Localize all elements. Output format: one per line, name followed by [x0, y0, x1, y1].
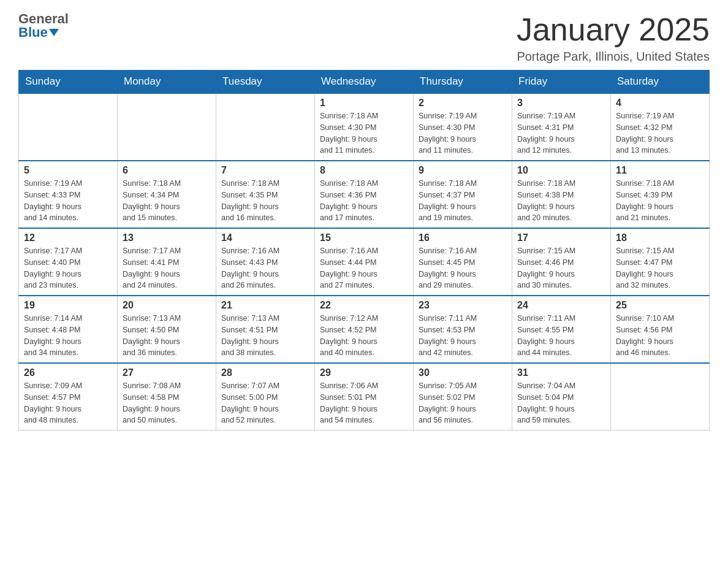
day-number: 26 — [24, 367, 112, 378]
day-number: 30 — [419, 367, 507, 378]
day-number: 13 — [123, 232, 211, 243]
calendar-week-row: 1Sunrise: 7:18 AM Sunset: 4:30 PM Daylig… — [19, 93, 710, 161]
calendar-cell: 16Sunrise: 7:16 AM Sunset: 4:45 PM Dayli… — [414, 228, 512, 296]
day-number: 20 — [123, 300, 211, 311]
day-number: 12 — [24, 232, 112, 243]
calendar-cell: 8Sunrise: 7:18 AM Sunset: 4:36 PM Daylig… — [315, 161, 414, 228]
day-info: Sunrise: 7:06 AM Sunset: 5:01 PM Dayligh… — [320, 380, 408, 426]
day-info: Sunrise: 7:19 AM Sunset: 4:30 PM Dayligh… — [419, 110, 507, 156]
day-info: Sunrise: 7:18 AM Sunset: 4:34 PM Dayligh… — [123, 178, 211, 224]
day-info: Sunrise: 7:07 AM Sunset: 5:00 PM Dayligh… — [221, 380, 309, 426]
calendar-cell: 6Sunrise: 7:18 AM Sunset: 4:34 PM Daylig… — [118, 161, 216, 228]
day-info: Sunrise: 7:11 AM Sunset: 4:53 PM Dayligh… — [419, 313, 507, 359]
day-number: 10 — [517, 165, 605, 176]
calendar-cell — [118, 93, 216, 161]
day-info: Sunrise: 7:18 AM Sunset: 4:39 PM Dayligh… — [616, 178, 704, 224]
day-number: 7 — [221, 165, 309, 176]
calendar-cell: 2Sunrise: 7:19 AM Sunset: 4:30 PM Daylig… — [414, 93, 512, 161]
day-number: 19 — [24, 300, 112, 311]
day-number: 3 — [517, 98, 605, 109]
calendar-cell: 7Sunrise: 7:18 AM Sunset: 4:35 PM Daylig… — [216, 161, 315, 228]
column-header-monday: Monday — [118, 71, 216, 94]
logo-blue-text: Blue — [18, 26, 48, 39]
day-number: 23 — [419, 300, 507, 311]
column-header-sunday: Sunday — [19, 71, 118, 94]
logo-general-text: General — [18, 12, 69, 26]
calendar-cell: 30Sunrise: 7:05 AM Sunset: 5:02 PM Dayli… — [414, 363, 512, 431]
calendar-cell — [611, 363, 710, 431]
day-number: 8 — [320, 165, 408, 176]
calendar-week-row: 12Sunrise: 7:17 AM Sunset: 4:40 PM Dayli… — [19, 228, 710, 296]
month-title: January 2025 — [517, 12, 710, 47]
calendar-cell: 17Sunrise: 7:15 AM Sunset: 4:46 PM Dayli… — [512, 228, 611, 296]
day-info: Sunrise: 7:18 AM Sunset: 4:37 PM Dayligh… — [419, 178, 507, 224]
day-info: Sunrise: 7:18 AM Sunset: 4:35 PM Dayligh… — [221, 178, 309, 224]
day-info: Sunrise: 7:17 AM Sunset: 4:40 PM Dayligh… — [24, 245, 112, 291]
calendar-cell: 27Sunrise: 7:08 AM Sunset: 4:58 PM Dayli… — [118, 363, 216, 431]
day-info: Sunrise: 7:09 AM Sunset: 4:57 PM Dayligh… — [24, 380, 112, 426]
day-number: 15 — [320, 232, 408, 243]
day-number: 21 — [221, 300, 309, 311]
day-info: Sunrise: 7:10 AM Sunset: 4:56 PM Dayligh… — [616, 313, 704, 359]
column-header-friday: Friday — [512, 71, 611, 94]
calendar-cell: 18Sunrise: 7:15 AM Sunset: 4:47 PM Dayli… — [611, 228, 710, 296]
calendar-table: SundayMondayTuesdayWednesdayThursdayFrid… — [18, 70, 710, 431]
day-info: Sunrise: 7:19 AM Sunset: 4:32 PM Dayligh… — [616, 110, 704, 156]
calendar-cell: 13Sunrise: 7:17 AM Sunset: 4:41 PM Dayli… — [118, 228, 216, 296]
calendar-header-row: SundayMondayTuesdayWednesdayThursdayFrid… — [19, 71, 710, 94]
day-info: Sunrise: 7:15 AM Sunset: 4:47 PM Dayligh… — [616, 245, 704, 291]
day-info: Sunrise: 7:16 AM Sunset: 4:44 PM Dayligh… — [320, 245, 408, 291]
calendar-cell: 20Sunrise: 7:13 AM Sunset: 4:50 PM Dayli… — [118, 296, 216, 363]
day-number: 17 — [517, 232, 605, 243]
day-info: Sunrise: 7:15 AM Sunset: 4:46 PM Dayligh… — [517, 245, 605, 291]
day-number: 18 — [616, 232, 704, 243]
calendar-cell: 3Sunrise: 7:19 AM Sunset: 4:31 PM Daylig… — [512, 93, 611, 161]
day-info: Sunrise: 7:19 AM Sunset: 4:33 PM Dayligh… — [24, 178, 112, 224]
column-header-wednesday: Wednesday — [315, 71, 414, 94]
day-info: Sunrise: 7:13 AM Sunset: 4:51 PM Dayligh… — [221, 313, 309, 359]
day-info: Sunrise: 7:18 AM Sunset: 4:30 PM Dayligh… — [320, 110, 408, 156]
calendar-cell: 25Sunrise: 7:10 AM Sunset: 4:56 PM Dayli… — [611, 296, 710, 363]
day-info: Sunrise: 7:04 AM Sunset: 5:04 PM Dayligh… — [517, 380, 605, 426]
day-info: Sunrise: 7:14 AM Sunset: 4:48 PM Dayligh… — [24, 313, 112, 359]
calendar-week-row: 5Sunrise: 7:19 AM Sunset: 4:33 PM Daylig… — [19, 161, 710, 228]
day-number: 24 — [517, 300, 605, 311]
day-info: Sunrise: 7:16 AM Sunset: 4:45 PM Dayligh… — [419, 245, 507, 291]
calendar-cell: 22Sunrise: 7:12 AM Sunset: 4:52 PM Dayli… — [315, 296, 414, 363]
calendar-cell: 10Sunrise: 7:18 AM Sunset: 4:38 PM Dayli… — [512, 161, 611, 228]
day-info: Sunrise: 7:18 AM Sunset: 4:38 PM Dayligh… — [517, 178, 605, 224]
calendar-cell: 12Sunrise: 7:17 AM Sunset: 4:40 PM Dayli… — [19, 228, 118, 296]
calendar-cell: 23Sunrise: 7:11 AM Sunset: 4:53 PM Dayli… — [414, 296, 512, 363]
day-number: 25 — [616, 300, 704, 311]
day-number: 5 — [24, 165, 112, 176]
calendar-cell: 9Sunrise: 7:18 AM Sunset: 4:37 PM Daylig… — [414, 161, 512, 228]
day-number: 27 — [123, 367, 211, 378]
location-text: Portage Park, Illinois, United States — [517, 50, 710, 64]
page-header: General Blue January 2025 Portage Park, … — [18, 12, 710, 64]
logo: General Blue — [18, 12, 69, 39]
day-number: 28 — [221, 367, 309, 378]
calendar-cell: 26Sunrise: 7:09 AM Sunset: 4:57 PM Dayli… — [19, 363, 118, 431]
day-number: 6 — [123, 165, 211, 176]
day-info: Sunrise: 7:05 AM Sunset: 5:02 PM Dayligh… — [419, 380, 507, 426]
calendar-cell: 24Sunrise: 7:11 AM Sunset: 4:55 PM Dayli… — [512, 296, 611, 363]
column-header-thursday: Thursday — [414, 71, 512, 94]
calendar-cell: 21Sunrise: 7:13 AM Sunset: 4:51 PM Dayli… — [216, 296, 315, 363]
calendar-cell: 19Sunrise: 7:14 AM Sunset: 4:48 PM Dayli… — [19, 296, 118, 363]
day-number: 14 — [221, 232, 309, 243]
day-number: 2 — [419, 98, 507, 109]
calendar-cell — [19, 93, 118, 161]
calendar-cell: 4Sunrise: 7:19 AM Sunset: 4:32 PM Daylig… — [611, 93, 710, 161]
calendar-cell: 15Sunrise: 7:16 AM Sunset: 4:44 PM Dayli… — [315, 228, 414, 296]
title-section: January 2025 Portage Park, Illinois, Uni… — [517, 12, 710, 64]
day-info: Sunrise: 7:11 AM Sunset: 4:55 PM Dayligh… — [517, 313, 605, 359]
day-info: Sunrise: 7:12 AM Sunset: 4:52 PM Dayligh… — [320, 313, 408, 359]
day-info: Sunrise: 7:17 AM Sunset: 4:41 PM Dayligh… — [123, 245, 211, 291]
calendar-cell: 14Sunrise: 7:16 AM Sunset: 4:43 PM Dayli… — [216, 228, 315, 296]
day-info: Sunrise: 7:18 AM Sunset: 4:36 PM Dayligh… — [320, 178, 408, 224]
day-number: 9 — [419, 165, 507, 176]
calendar-cell: 28Sunrise: 7:07 AM Sunset: 5:00 PM Dayli… — [216, 363, 315, 431]
column-header-tuesday: Tuesday — [216, 71, 315, 94]
calendar-cell: 5Sunrise: 7:19 AM Sunset: 4:33 PM Daylig… — [19, 161, 118, 228]
day-number: 1 — [320, 98, 408, 109]
